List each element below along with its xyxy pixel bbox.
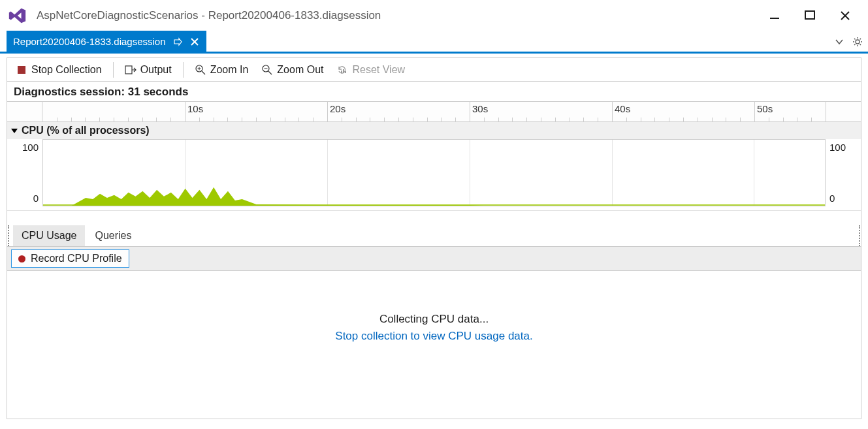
- svg-rect-25: [343, 69, 344, 73]
- svg-rect-26: [345, 71, 346, 73]
- svg-line-18: [202, 71, 205, 74]
- zoom-out-label: Zoom Out: [277, 64, 323, 76]
- toolbar: Stop Collection Output Zoom In Zoom Out: [7, 58, 861, 82]
- svg-line-22: [268, 71, 272, 74]
- toolbar-separator: [183, 62, 184, 78]
- y-axis-min-r: 0: [829, 193, 835, 204]
- svg-point-6: [856, 40, 860, 44]
- record-icon: [18, 255, 25, 262]
- cpu-section-header[interactable]: CPU (% of all processors): [7, 122, 861, 139]
- svg-line-13: [854, 44, 856, 45]
- svg-rect-1: [805, 11, 814, 19]
- vs-logo-icon: [7, 5, 27, 26]
- tab-queries[interactable]: Queries: [86, 225, 140, 246]
- disclosure-triangle-icon: [11, 129, 18, 133]
- reset-view-label: Reset View: [352, 64, 405, 76]
- stop-icon: [16, 64, 27, 76]
- cpu-chart: 100 0 100 0: [7, 139, 861, 211]
- reset-view-icon: [336, 64, 348, 76]
- output-icon: [125, 64, 137, 76]
- tab-cpu-usage[interactable]: CPU Usage: [13, 225, 85, 246]
- svg-line-11: [854, 39, 856, 40]
- svg-line-12: [860, 44, 861, 45]
- svg-rect-15: [18, 66, 25, 74]
- zoom-in-button[interactable]: Zoom In: [190, 61, 253, 78]
- zoom-out-button[interactable]: Zoom Out: [257, 61, 328, 78]
- chart-plot-area[interactable]: [42, 139, 826, 206]
- tab-dropdown-icon[interactable]: [834, 37, 844, 47]
- ruler-left-gutter: [7, 102, 42, 121]
- document-area: Stop Collection Output Zoom In Zoom Out: [7, 57, 861, 419]
- y-axis-min: 0: [33, 193, 39, 204]
- time-ruler[interactable]: 10s20s30s40s50s: [7, 101, 861, 122]
- stop-collection-button[interactable]: Stop Collection: [11, 61, 106, 78]
- output-button[interactable]: Output: [120, 61, 176, 78]
- y-axis-left: 100 0: [7, 139, 42, 206]
- gear-icon[interactable]: [852, 37, 863, 47]
- stop-collection-label: Stop Collection: [31, 64, 102, 76]
- reset-view-button: Reset View: [332, 61, 410, 78]
- cpu-area-fill: [43, 140, 825, 206]
- session-label: Diagnostics session: 31 seconds: [7, 82, 861, 101]
- document-tab[interactable]: Report20200406-1833.diagsession: [7, 31, 206, 53]
- stop-collection-link[interactable]: Stop collection to view CPU usage data.: [335, 330, 532, 343]
- tab-row-tools: [834, 37, 863, 47]
- pin-icon[interactable]: [172, 37, 183, 47]
- record-toolbar: Record CPU Profile: [7, 246, 861, 271]
- svg-line-14: [860, 39, 861, 40]
- close-tab-icon[interactable]: [189, 37, 200, 47]
- close-button[interactable]: [835, 6, 855, 25]
- zoom-out-icon: [261, 64, 273, 76]
- record-button-label: Record CPU Profile: [31, 253, 122, 264]
- chart-baseline: [43, 204, 825, 206]
- collecting-panel: Collecting CPU data... Stop collection t…: [7, 271, 861, 419]
- toolbar-separator: [113, 62, 114, 78]
- y-axis-max: 100: [22, 142, 39, 153]
- window-title: AspNetCoreDiagnosticScenarios - Report20…: [37, 9, 765, 22]
- spacer: [7, 211, 861, 225]
- record-cpu-profile-button[interactable]: Record CPU Profile: [11, 249, 129, 268]
- bottom-tabstrip: CPU Usage Queries: [8, 225, 860, 246]
- y-axis-right: 100 0: [826, 139, 861, 206]
- output-label: Output: [140, 64, 172, 76]
- minimize-button[interactable]: [765, 6, 784, 25]
- document-tab-row: Report20200406-1833.diagsession: [0, 31, 868, 54]
- zoom-in-label: Zoom In: [210, 64, 249, 76]
- cpu-section-title: CPU (% of all processors): [22, 125, 150, 136]
- collecting-status: Collecting CPU data...: [379, 313, 489, 326]
- y-axis-max-r: 100: [829, 142, 846, 153]
- window-buttons: [765, 6, 855, 25]
- title-bar: AspNetCoreDiagnosticScenarios - Report20…: [0, 0, 868, 31]
- svg-rect-16: [125, 66, 132, 74]
- ruler-right-gutter: [826, 102, 861, 121]
- document-tab-label: Report20200406-1833.diagsession: [13, 36, 166, 47]
- zoom-in-icon: [195, 64, 206, 76]
- svg-marker-27: [43, 187, 825, 206]
- svg-rect-24: [341, 71, 342, 73]
- maximize-button[interactable]: [800, 6, 820, 25]
- ruler-main: 10s20s30s40s50s: [42, 102, 826, 121]
